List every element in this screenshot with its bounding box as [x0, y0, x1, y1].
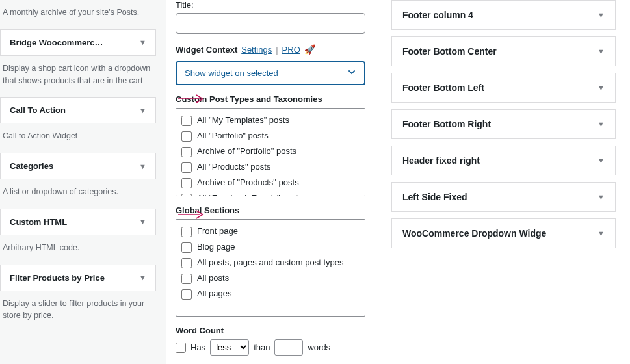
global-checkbox-row[interactable]: Blog page [181, 242, 360, 253]
settings-link[interactable]: Settings [241, 45, 272, 55]
checkbox[interactable] [181, 258, 192, 268]
widget-categories[interactable]: Categories ▼ [0, 153, 156, 179]
checkbox[interactable] [181, 194, 192, 196]
sidebar-area-footer-col-4[interactable]: Footer column 4 ▼ [391, 0, 616, 30]
caret-down-icon: ▼ [139, 162, 146, 170]
checkbox[interactable] [181, 227, 192, 237]
rocket-icon: 🚀 [304, 44, 315, 55]
global-checkbox-row[interactable]: All posts, pages and custom post types [181, 257, 360, 268]
checkbox[interactable] [181, 131, 192, 142]
widget-custom-html[interactable]: Custom HTML ▼ [0, 209, 156, 235]
caret-down-icon: ▼ [139, 218, 146, 226]
sidebar-area-title: Footer Bottom Left [402, 83, 484, 93]
visibility-selected-label: Show widget on selected [185, 68, 278, 78]
sidebar-area-header-fixed-right[interactable]: Header fixed right ▼ [391, 146, 616, 176]
checkbox[interactable] [181, 178, 192, 188]
widget-description: Display a slider to filter products in y… [0, 291, 156, 326]
widget-title: Bridge Woocommerc… [10, 38, 103, 47]
cpt-checkbox-row[interactable]: Archive of "Products" posts [181, 177, 360, 188]
checkbox[interactable] [181, 289, 192, 300]
words-label: words [308, 343, 330, 352]
widget-title: Filter Products by Price [10, 273, 105, 283]
compare-select[interactable]: less more [210, 339, 249, 356]
sidebar-area-title: Footer Bottom Center [402, 46, 497, 57]
wordcount-input[interactable] [274, 339, 303, 356]
cpt-checkbox-row[interactable]: All "My Templates" posts [181, 115, 360, 126]
caret-down-icon: ▼ [597, 84, 605, 92]
global-checkbox-row[interactable]: All pages [181, 289, 360, 300]
widget-title: Custom HTML [10, 217, 67, 227]
caret-down-icon: ▼ [597, 120, 605, 128]
than-label: than [254, 343, 270, 352]
sidebar-area-title: Left Side Fixed [402, 192, 467, 202]
wordcount-checkbox[interactable] [176, 343, 186, 353]
checkbox[interactable] [181, 116, 192, 126]
sidebar-area-title: Footer column 4 [402, 10, 473, 20]
sidebar-area-left-side-fixed[interactable]: Left Side Fixed ▼ [391, 182, 616, 212]
caret-down-icon: ▼ [139, 274, 146, 281]
pro-link[interactable]: PRO [282, 45, 300, 55]
visibility-select[interactable]: Show widget on selected [176, 61, 365, 85]
widget-title: Call To Action [10, 105, 66, 115]
global-checkbox-row[interactable]: All posts [181, 273, 360, 284]
widget-description: A monthly archive of your site's Posts. [0, 0, 156, 23]
title-label: Title: [176, 0, 365, 10]
widget-description: A list or dropdown of categories. [0, 179, 156, 202]
caret-down-icon: ▼ [597, 157, 605, 164]
widget-context-header: Widget Context Settings | PRO 🚀 [176, 44, 365, 55]
caret-down-icon: ▼ [139, 107, 146, 114]
widget-description: Call to Action Widget [0, 124, 156, 146]
cpt-checkbox-row[interactable]: All "Portfolio" posts [181, 131, 360, 142]
caret-down-icon: ▼ [597, 193, 605, 201]
checkbox[interactable] [181, 147, 192, 157]
global-scroll-box[interactable]: Front page Blog page All posts, pages an… [176, 219, 365, 317]
widget-context-label: Widget Context [176, 45, 237, 55]
widget-call-to-action[interactable]: Call To Action ▼ [0, 97, 156, 124]
cpt-checkbox-row[interactable]: All "Facebook Events" posts [181, 193, 360, 196]
sidebar-area-footer-bottom-right[interactable]: Footer Bottom Right ▼ [391, 109, 616, 139]
checkbox[interactable] [181, 242, 192, 253]
cpt-checkbox-row[interactable]: All "Products" posts [181, 162, 360, 173]
widget-bridge-woocommerce[interactable]: Bridge Woocommerc… ▼ [0, 29, 156, 56]
sidebar-area-footer-bottom-left[interactable]: Footer Bottom Left ▼ [391, 73, 616, 103]
available-widgets-column: A monthly archive of your site's Posts. … [0, 0, 166, 364]
chevron-down-icon [347, 68, 356, 79]
caret-down-icon: ▼ [597, 47, 605, 55]
sidebar-areas-column: Footer column 4 ▼ Footer Bottom Center ▼… [374, 0, 630, 364]
annotation-arrow-icon [177, 209, 205, 222]
sidebar-area-title: Header fixed right [402, 155, 480, 166]
cpt-scroll-box[interactable]: All "My Templates" posts All "Portfolio"… [176, 108, 365, 196]
widget-settings-column: Title: Widget Context Settings | PRO 🚀 S… [166, 0, 374, 364]
title-input[interactable] [176, 13, 365, 34]
sidebar-area-footer-bottom-center[interactable]: Footer Bottom Center ▼ [391, 36, 616, 66]
caret-down-icon: ▼ [597, 229, 605, 237]
widget-title: Categories [10, 161, 53, 171]
checkbox[interactable] [181, 274, 192, 284]
caret-down-icon: ▼ [139, 38, 146, 46]
caret-down-icon: ▼ [597, 11, 605, 19]
widget-filter-products-price[interactable]: Filter Products by Price ▼ [0, 265, 156, 291]
has-label: Has [190, 343, 205, 352]
link-divider: | [276, 45, 278, 55]
wordcount-section-title: Word Count [176, 326, 365, 335]
widget-description: Arbitrary HTML code. [0, 235, 156, 258]
wordcount-row: Has less more than words [176, 339, 365, 356]
sidebar-area-title: Footer Bottom Right [402, 119, 491, 129]
cpt-checkbox-row[interactable]: Archive of "Portfolio" posts [181, 146, 360, 157]
global-checkbox-row[interactable]: Front page [181, 226, 360, 237]
sidebar-area-title: WooCommerce Dropdown Widge [402, 228, 546, 239]
sidebar-area-woocommerce-dropdown[interactable]: WooCommerce Dropdown Widge ▼ [391, 218, 616, 248]
annotation-arrow-icon [177, 93, 205, 107]
checkbox[interactable] [181, 162, 192, 173]
widget-description: Display a shop cart icon with a dropdown… [0, 56, 156, 91]
